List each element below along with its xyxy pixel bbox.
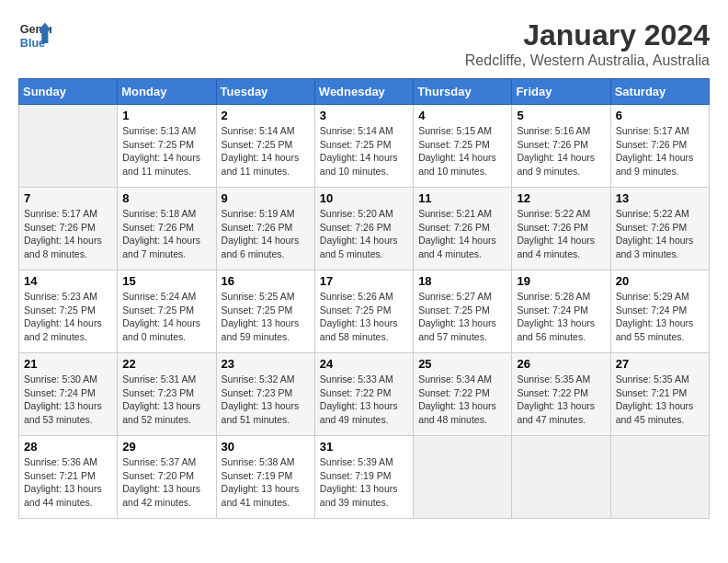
day-info: Sunrise: 5:33 AM Sunset: 7:22 PM Dayligh… (320, 373, 408, 427)
day-info: Sunrise: 5:31 AM Sunset: 7:23 PM Dayligh… (122, 373, 210, 427)
weekday-header-friday: Friday (512, 79, 610, 105)
day-number: 7 (24, 191, 112, 205)
day-cell: 10Sunrise: 5:20 AM Sunset: 7:26 PM Dayli… (314, 188, 413, 270)
day-cell: 1Sunrise: 5:13 AM Sunset: 7:25 PM Daylig… (118, 105, 216, 188)
day-cell: 20Sunrise: 5:29 AM Sunset: 7:24 PM Dayli… (610, 270, 709, 353)
day-info: Sunrise: 5:22 AM Sunset: 7:26 PM Dayligh… (616, 207, 704, 261)
day-info: Sunrise: 5:22 AM Sunset: 7:26 PM Dayligh… (517, 207, 605, 261)
day-cell: 4Sunrise: 5:15 AM Sunset: 7:25 PM Daylig… (414, 105, 512, 188)
day-number: 18 (418, 274, 506, 288)
day-number: 9 (222, 191, 310, 205)
day-number: 2 (222, 109, 310, 122)
day-info: Sunrise: 5:15 AM Sunset: 7:25 PM Dayligh… (418, 124, 506, 178)
day-info: Sunrise: 5:21 AM Sunset: 7:26 PM Dayligh… (418, 207, 506, 261)
day-cell: 24Sunrise: 5:33 AM Sunset: 7:22 PM Dayli… (314, 353, 413, 436)
day-info: Sunrise: 5:34 AM Sunset: 7:22 PM Dayligh… (418, 373, 506, 427)
day-info: Sunrise: 5:35 AM Sunset: 7:22 PM Dayligh… (517, 373, 605, 427)
day-number: 20 (616, 274, 704, 288)
day-number: 4 (418, 109, 506, 122)
day-cell: 7Sunrise: 5:17 AM Sunset: 7:26 PM Daylig… (19, 188, 118, 270)
day-cell: 26Sunrise: 5:35 AM Sunset: 7:22 PM Dayli… (512, 353, 610, 436)
day-number: 12 (517, 191, 605, 205)
day-cell: 28Sunrise: 5:36 AM Sunset: 7:21 PM Dayli… (19, 436, 118, 519)
day-info: Sunrise: 5:19 AM Sunset: 7:26 PM Dayligh… (222, 207, 310, 261)
day-cell: 18Sunrise: 5:27 AM Sunset: 7:25 PM Dayli… (414, 270, 512, 353)
day-cell: 11Sunrise: 5:21 AM Sunset: 7:26 PM Dayli… (414, 188, 512, 270)
day-cell: 13Sunrise: 5:22 AM Sunset: 7:26 PM Dayli… (610, 188, 709, 270)
day-number: 28 (24, 440, 112, 454)
day-number: 15 (122, 274, 210, 288)
day-cell (610, 436, 709, 519)
day-number: 3 (320, 109, 408, 122)
day-info: Sunrise: 5:35 AM Sunset: 7:21 PM Dayligh… (616, 373, 704, 427)
day-info: Sunrise: 5:36 AM Sunset: 7:21 PM Dayligh… (24, 455, 112, 510)
day-info: Sunrise: 5:20 AM Sunset: 7:26 PM Dayligh… (320, 207, 408, 261)
day-info: Sunrise: 5:26 AM Sunset: 7:25 PM Dayligh… (320, 290, 408, 344)
day-info: Sunrise: 5:38 AM Sunset: 7:19 PM Dayligh… (222, 455, 310, 510)
day-cell (414, 436, 512, 519)
day-cell: 23Sunrise: 5:32 AM Sunset: 7:23 PM Dayli… (216, 353, 314, 436)
weekday-header-wednesday: Wednesday (314, 79, 413, 105)
day-cell: 15Sunrise: 5:24 AM Sunset: 7:25 PM Dayli… (118, 270, 216, 353)
day-info: Sunrise: 5:32 AM Sunset: 7:23 PM Dayligh… (222, 373, 310, 427)
day-info: Sunrise: 5:14 AM Sunset: 7:25 PM Dayligh… (320, 124, 408, 178)
day-info: Sunrise: 5:14 AM Sunset: 7:25 PM Dayligh… (222, 124, 310, 178)
day-number: 26 (517, 357, 605, 371)
day-number: 31 (320, 440, 408, 454)
day-info: Sunrise: 5:27 AM Sunset: 7:25 PM Dayligh… (418, 290, 506, 344)
day-number: 24 (320, 357, 408, 371)
day-cell: 2Sunrise: 5:14 AM Sunset: 7:25 PM Daylig… (216, 105, 314, 188)
day-number: 22 (122, 357, 210, 371)
day-info: Sunrise: 5:18 AM Sunset: 7:26 PM Dayligh… (122, 207, 210, 261)
week-row-4: 21Sunrise: 5:30 AM Sunset: 7:24 PM Dayli… (19, 353, 710, 436)
day-number: 11 (418, 191, 506, 205)
day-number: 14 (24, 274, 112, 288)
logo: General Blue (18, 18, 51, 52)
day-number: 16 (222, 274, 310, 288)
page-header: General Blue January 2024 Redcliffe, Wes… (18, 18, 710, 69)
day-cell: 8Sunrise: 5:18 AM Sunset: 7:26 PM Daylig… (118, 188, 216, 270)
day-number: 17 (320, 274, 408, 288)
day-cell: 21Sunrise: 5:30 AM Sunset: 7:24 PM Dayli… (19, 353, 118, 436)
day-info: Sunrise: 5:16 AM Sunset: 7:26 PM Dayligh… (517, 124, 605, 178)
week-row-2: 7Sunrise: 5:17 AM Sunset: 7:26 PM Daylig… (19, 188, 710, 270)
weekday-header-tuesday: Tuesday (216, 79, 314, 105)
day-number: 1 (122, 109, 210, 122)
day-cell: 25Sunrise: 5:34 AM Sunset: 7:22 PM Dayli… (414, 353, 512, 436)
day-cell (19, 105, 118, 188)
day-info: Sunrise: 5:24 AM Sunset: 7:25 PM Dayligh… (122, 290, 210, 344)
day-number: 21 (24, 357, 112, 371)
day-info: Sunrise: 5:17 AM Sunset: 7:26 PM Dayligh… (24, 207, 112, 261)
day-info: Sunrise: 5:30 AM Sunset: 7:24 PM Dayligh… (24, 373, 112, 427)
day-cell: 19Sunrise: 5:28 AM Sunset: 7:24 PM Dayli… (512, 270, 610, 353)
day-cell: 3Sunrise: 5:14 AM Sunset: 7:25 PM Daylig… (314, 105, 413, 188)
location-title: Redcliffe, Western Australia, Australia (465, 52, 710, 69)
day-cell: 22Sunrise: 5:31 AM Sunset: 7:23 PM Dayli… (118, 353, 216, 436)
day-info: Sunrise: 5:29 AM Sunset: 7:24 PM Dayligh… (616, 290, 704, 344)
day-number: 25 (418, 357, 506, 371)
day-number: 27 (616, 357, 704, 371)
week-row-1: 1Sunrise: 5:13 AM Sunset: 7:25 PM Daylig… (19, 105, 710, 188)
day-cell: 9Sunrise: 5:19 AM Sunset: 7:26 PM Daylig… (216, 188, 314, 270)
day-number: 19 (517, 274, 605, 288)
weekday-header-row: SundayMondayTuesdayWednesdayThursdayFrid… (19, 79, 710, 105)
day-cell: 29Sunrise: 5:37 AM Sunset: 7:20 PM Dayli… (118, 436, 216, 519)
month-title: January 2024 (465, 18, 710, 52)
weekday-header-thursday: Thursday (414, 79, 512, 105)
week-row-3: 14Sunrise: 5:23 AM Sunset: 7:25 PM Dayli… (19, 270, 710, 353)
day-cell: 27Sunrise: 5:35 AM Sunset: 7:21 PM Dayli… (610, 353, 709, 436)
day-info: Sunrise: 5:25 AM Sunset: 7:25 PM Dayligh… (222, 290, 310, 344)
day-cell (512, 436, 610, 519)
day-number: 29 (122, 440, 210, 454)
day-number: 6 (616, 109, 704, 122)
day-number: 30 (222, 440, 310, 454)
day-cell: 14Sunrise: 5:23 AM Sunset: 7:25 PM Dayli… (19, 270, 118, 353)
day-cell: 31Sunrise: 5:39 AM Sunset: 7:19 PM Dayli… (314, 436, 413, 519)
day-info: Sunrise: 5:23 AM Sunset: 7:25 PM Dayligh… (24, 290, 112, 344)
weekday-header-sunday: Sunday (19, 79, 118, 105)
day-info: Sunrise: 5:39 AM Sunset: 7:19 PM Dayligh… (320, 455, 408, 510)
weekday-header-monday: Monday (118, 79, 216, 105)
svg-text:Blue: Blue (20, 37, 45, 50)
day-cell: 17Sunrise: 5:26 AM Sunset: 7:25 PM Dayli… (314, 270, 413, 353)
day-number: 13 (616, 191, 704, 205)
